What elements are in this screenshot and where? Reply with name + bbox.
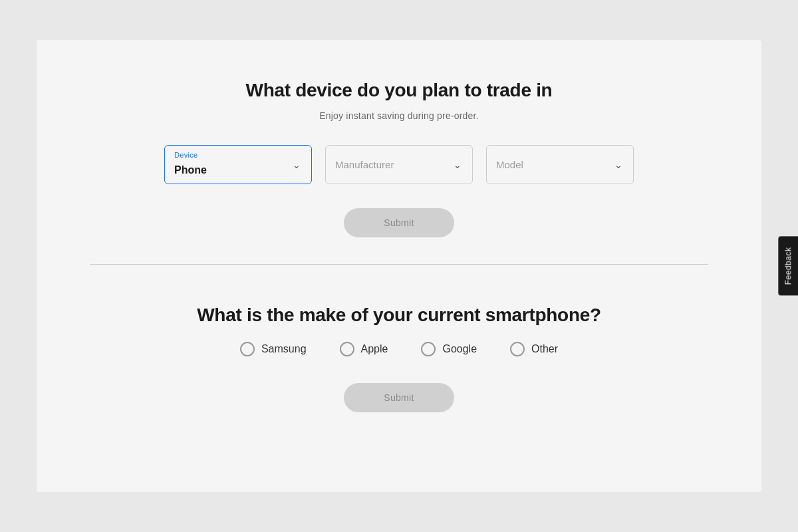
dropdowns-row: Device Phone Tablet Smartwatch ⌄ Manufac… xyxy=(90,145,708,184)
radio-circle-apple xyxy=(340,342,354,356)
radio-label-other: Other xyxy=(531,343,558,355)
radio-circle-google xyxy=(421,342,436,356)
radio-option-apple[interactable]: Apple xyxy=(340,342,388,356)
section-divider xyxy=(90,264,708,265)
radio-circle-other xyxy=(510,342,525,356)
manufacturer-select[interactable]: Manufacturer Samsung Apple Google Other xyxy=(326,146,472,184)
section1-subtitle: Enjoy instant saving during pre-order. xyxy=(319,110,479,121)
section-trade-in: What device do you plan to trade in Enjo… xyxy=(90,80,708,264)
section2-title: What is the make of your current smartph… xyxy=(197,305,601,326)
radio-label-google: Google xyxy=(442,343,477,355)
radio-option-samsung[interactable]: Samsung xyxy=(240,342,307,356)
feedback-label: Feedback xyxy=(784,247,793,285)
section1-title: What device do you plan to trade in xyxy=(246,80,553,101)
section2-submit-button[interactable]: Submit xyxy=(344,383,454,412)
radio-label-samsung: Samsung xyxy=(261,343,307,355)
radio-option-other[interactable]: Other xyxy=(510,342,558,356)
main-container: What device do you plan to trade in Enjo… xyxy=(37,40,761,492)
device-label: Device xyxy=(174,151,198,159)
model-dropdown-wrapper: Model ⌄ xyxy=(486,145,634,184)
feedback-tab[interactable]: Feedback xyxy=(779,237,798,296)
radio-label-apple: Apple xyxy=(361,343,388,355)
radio-option-google[interactable]: Google xyxy=(421,342,477,356)
section1-submit-button[interactable]: Submit xyxy=(344,208,454,237)
radio-circle-samsung xyxy=(240,342,255,356)
manufacturer-dropdown-wrapper: Manufacturer Samsung Apple Google Other … xyxy=(325,145,473,184)
section-smartphone-make: What is the make of your current smartph… xyxy=(90,298,708,412)
device-dropdown-wrapper: Device Phone Tablet Smartwatch ⌄ xyxy=(164,145,312,184)
radio-group: Samsung Apple Google Other xyxy=(240,342,558,356)
model-select[interactable]: Model xyxy=(487,146,633,184)
